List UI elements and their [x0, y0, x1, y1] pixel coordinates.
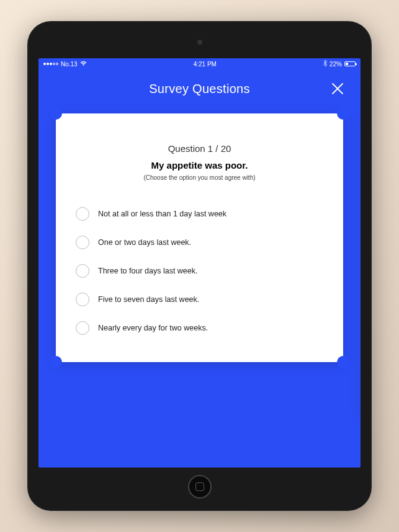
battery-percent: 22%	[330, 61, 342, 68]
option-3[interactable]: Five to seven days last week.	[76, 293, 323, 306]
option-label: Nearly every day for two weeks.	[98, 324, 208, 332]
status-left: No.13	[43, 61, 87, 68]
options-list: Not at all or less than 1 day last week …	[76, 207, 323, 335]
option-label: Not at all or less than 1 day last week	[98, 210, 226, 218]
radio-icon	[76, 321, 89, 335]
question-card: Question 1 / 20 My appetite was poor. (C…	[56, 113, 343, 362]
option-4[interactable]: Nearly every day for two weeks.	[76, 321, 323, 335]
radio-icon	[76, 264, 89, 278]
option-label: Five to seven days last week.	[98, 295, 199, 304]
question-hint: (Choose the option you most agree with)	[76, 174, 323, 181]
battery-icon	[344, 61, 356, 66]
card-area: Question 1 / 20 My appetite was poor. (C…	[38, 113, 361, 467]
app-screen: No.13 4:21 PM 22% Survey Questions	[38, 58, 361, 468]
option-label: Three to four days last week.	[98, 267, 198, 275]
status-time: 4:21 PM	[194, 61, 217, 68]
option-2[interactable]: Three to four days last week.	[76, 264, 323, 278]
tablet-camera	[197, 40, 202, 45]
option-0[interactable]: Not at all or less than 1 day last week	[76, 207, 323, 221]
option-label: One or two days last week.	[98, 238, 191, 247]
tablet-frame: No.13 4:21 PM 22% Survey Questions	[27, 21, 372, 511]
question-counter: Question 1 / 20	[76, 143, 323, 154]
close-button[interactable]	[330, 81, 346, 97]
wifi-icon	[80, 61, 87, 68]
radio-icon	[76, 293, 89, 306]
close-icon	[331, 82, 344, 95]
signal-icon	[43, 63, 58, 65]
radio-icon	[76, 207, 89, 221]
question-text: My appetite was poor.	[76, 160, 323, 171]
home-button[interactable]	[188, 475, 212, 499]
status-bar: No.13 4:21 PM 22%	[38, 58, 361, 69]
radio-icon	[76, 236, 89, 249]
page-header: Survey Questions	[38, 69, 361, 113]
bluetooth-icon	[323, 60, 327, 68]
carrier-label: No.13	[61, 61, 78, 68]
page-title: Survey Questions	[38, 82, 361, 96]
status-right: 22%	[323, 60, 356, 68]
option-1[interactable]: One or two days last week.	[76, 236, 323, 249]
